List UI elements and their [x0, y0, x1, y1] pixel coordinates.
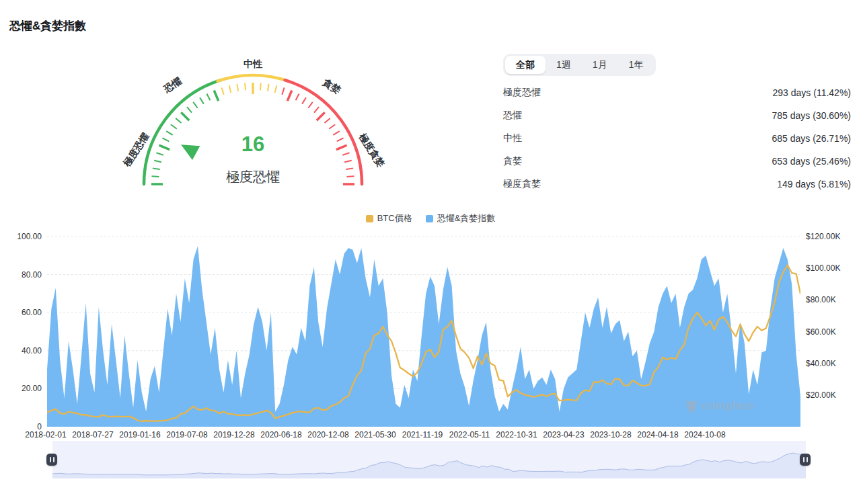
- navigator-right-handle[interactable]: [800, 454, 811, 466]
- gauge-value: 16: [241, 132, 264, 157]
- x-axis-tick: 2019-07-08: [166, 430, 207, 439]
- gauge-classification: 極度恐懼: [226, 168, 280, 186]
- stat-value: 785 days (30.60%): [772, 110, 851, 121]
- right-axis-tick: $80.00K: [806, 295, 836, 304]
- right-axis-tick: $120.00K: [806, 232, 840, 241]
- range-tab-1年[interactable]: 1年: [618, 56, 654, 74]
- left-axis-tick: 40.00: [9, 346, 42, 355]
- stat-row: 極度貪婪149 days (5.81%): [503, 173, 851, 196]
- gauge-label-neutral: 中性: [244, 58, 262, 71]
- legend-item[interactable]: BTC價格: [366, 212, 412, 224]
- x-axis-tick: 2018-02-01: [25, 430, 66, 439]
- legend-item[interactable]: 恐懼&貪婪指數: [426, 212, 496, 224]
- right-axis-tick: $20.00K: [806, 390, 836, 400]
- chart-legend: BTC價格恐懼&貪婪指數: [0, 212, 861, 224]
- legend-label: BTC價格: [377, 212, 412, 224]
- right-axis-tick: $40.00K: [806, 359, 836, 368]
- x-axis-tick: 2020-12-08: [307, 430, 348, 439]
- x-axis-tick: 2018-07-27: [72, 430, 113, 439]
- gauge-needle: [181, 144, 200, 160]
- navigator-mini-chart[interactable]: [52, 441, 806, 478]
- x-axis-tick: 2020-06-18: [260, 430, 301, 439]
- range-tab-group: 全部1週1月1年: [503, 54, 656, 76]
- x-axis-tick: 2019-12-28: [213, 430, 254, 439]
- stat-label: 中性: [503, 132, 522, 144]
- page-title: 恐懼&貪婪指數: [9, 18, 86, 34]
- left-axis-tick: 100.00: [9, 232, 42, 241]
- stat-value: 653 days (25.46%): [772, 156, 851, 167]
- x-axis-tick: 2021-05-30: [354, 430, 396, 439]
- range-tab-全部[interactable]: 全部: [505, 56, 546, 74]
- left-axis-tick: 80.00: [9, 270, 42, 280]
- stat-label: 恐懼: [503, 110, 522, 122]
- range-tab-1月[interactable]: 1月: [582, 56, 618, 74]
- x-axis-tick: 2023-10-28: [590, 430, 631, 439]
- stats-list: 極度恐懼293 days (11.42%)恐懼785 days (30.60%)…: [503, 81, 851, 196]
- legend-swatch-icon: [426, 215, 433, 222]
- right-axis-tick: $100.00K: [806, 263, 840, 273]
- navigator-left-handle[interactable]: [46, 454, 57, 466]
- fgi-area-series: [47, 246, 800, 427]
- stat-row: 中性685 days (26.71%): [503, 127, 851, 150]
- x-axis-tick: 2021-11-19: [402, 430, 443, 439]
- legend-label: 恐懼&貪婪指數: [437, 212, 496, 224]
- x-axis-tick: 2022-05-11: [449, 430, 490, 439]
- x-axis-tick: 2019-01-16: [119, 430, 160, 439]
- stat-label: 極度恐懼: [503, 87, 541, 99]
- left-axis-tick: 60.00: [9, 308, 42, 317]
- stat-value: 685 days (26.71%): [772, 133, 851, 144]
- right-axis-tick: $60.00K: [806, 327, 836, 337]
- range-navigator[interactable]: [52, 441, 806, 478]
- stat-row: 極度恐懼293 days (11.42%): [503, 81, 851, 104]
- x-axis-tick: 2023-04-23: [543, 430, 584, 439]
- fear-greed-index-page: 恐懼&貪婪指數 中性 恐懼 貪婪 極度恐懼 極度貪婪 16 極度恐懼 全部1週1…: [0, 0, 861, 504]
- x-axis-tick: 2024-10-08: [684, 430, 725, 439]
- range-tab-1週[interactable]: 1週: [546, 56, 582, 74]
- x-axis-tick: 2022-10-31: [496, 430, 537, 439]
- chart-plot-area[interactable]: [47, 237, 800, 427]
- main-chart[interactable]: 100.0080.0060.0040.0020.000$120.00K$100.…: [0, 237, 861, 439]
- legend-swatch-icon: [366, 215, 373, 222]
- stat-value: 149 days (5.81%): [777, 179, 851, 190]
- stat-label: 極度貪婪: [503, 178, 541, 190]
- fear-greed-gauge: 中性 恐懼 貪婪 極度恐懼 極度貪婪 16 極度恐懼: [108, 57, 398, 192]
- stat-label: 貪婪: [503, 155, 522, 167]
- left-axis-tick: 20.00: [9, 384, 42, 393]
- stat-row: 貪婪653 days (25.46%): [503, 150, 851, 173]
- stat-value: 293 days (11.42%): [773, 87, 851, 98]
- x-axis-tick: 2024-04-18: [637, 430, 678, 439]
- stat-row: 恐懼785 days (30.60%): [503, 104, 851, 127]
